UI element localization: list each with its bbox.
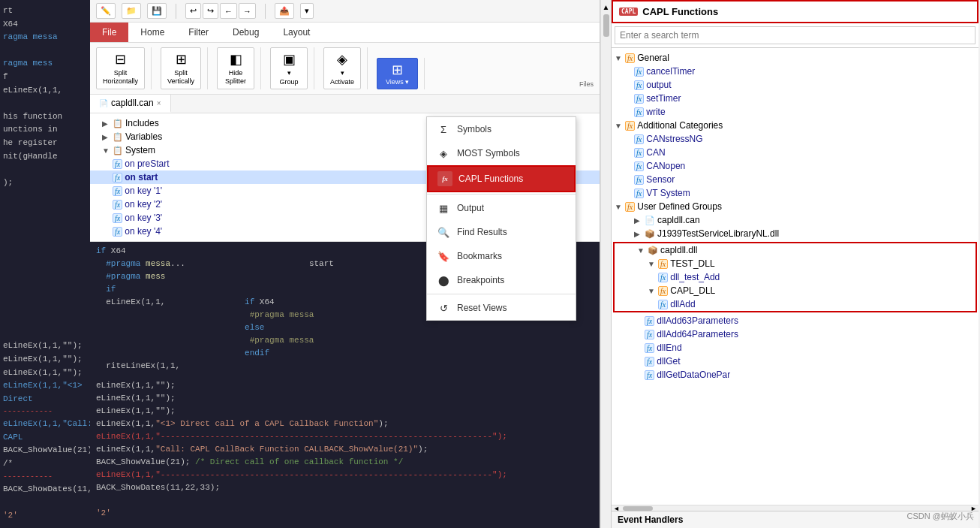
- code-left-10: unctions in: [3, 123, 87, 137]
- tree-vt-system[interactable]: fx VT System: [612, 186, 978, 200]
- views-button[interactable]: ⊞ Views ▾: [377, 58, 418, 89]
- split-h-icon: ⊟: [115, 51, 126, 68]
- split-h-button[interactable]: ⊟ SplitHorizontally: [96, 47, 145, 89]
- menu-output[interactable]: ▦ Output: [427, 196, 576, 220]
- tree-can[interactable]: fx CAN: [612, 146, 978, 159]
- code-left-b3: eLineEx(1,1,"");: [3, 367, 87, 380]
- tree-user-defined[interactable]: ▼ fx User Defined Groups: [612, 200, 978, 213]
- tree-additional[interactable]: ▼ fx Additional Categories: [612, 119, 978, 132]
- tree-write[interactable]: fx write: [612, 105, 978, 119]
- tab-layout[interactable]: Layout: [271, 23, 322, 42]
- tab-filter[interactable]: Filter: [176, 23, 221, 42]
- fx-dllget: fx: [645, 357, 654, 367]
- tab-home[interactable]: Home: [128, 23, 176, 42]
- hide-icon: ◧: [230, 51, 242, 68]
- sensor-label: Sensor: [646, 174, 675, 185]
- reset-views-label: Reset Views: [457, 303, 507, 313]
- tree-dlladd63[interactable]: fx dllAdd63Parameters: [612, 314, 978, 327]
- highlighted-dll-section: ▼ 📦 capldll.dll ▼ fx TEST_DLL fx dll_tes…: [613, 242, 977, 312]
- code-line-8: eLineEx(1,1,"---------------------------…: [96, 469, 594, 481]
- views-label: Views ▾: [386, 78, 409, 86]
- tab-debug[interactable]: Debug: [221, 23, 271, 42]
- ribbon-group-group: ▣ ▾ Group: [270, 47, 314, 89]
- tree-dlladd64[interactable]: fx dllAdd64Parameters: [612, 327, 978, 341]
- symbols-icon: Σ: [436, 122, 451, 137]
- expand-test-dll: ▼: [648, 260, 657, 268]
- menu-most-symbols[interactable]: ◈ MOST Symbols: [427, 141, 576, 165]
- scroll-up-arrow[interactable]: ▲: [603, 3, 610, 11]
- tree-dllgetdataonepar[interactable]: fx dllGetDataOnePar: [612, 368, 978, 382]
- tree-dll-test-add[interactable]: fx dll_test_Add: [615, 270, 975, 284]
- scroll-thumb[interactable]: [603, 14, 609, 37]
- tree-j1939[interactable]: ▶ 📦 J1939TestServiceLibraryNL.dll: [612, 227, 978, 240]
- tree-test-dll[interactable]: ▼ fx TEST_DLL: [615, 257, 975, 270]
- code-left-b4: eLineEx(1,1,"<1> Direct: [3, 379, 87, 406]
- system-icon: 📋: [113, 146, 123, 155]
- tree-cancel-timer[interactable]: fx cancelTimer: [612, 65, 978, 78]
- fx-icon-prestart: fx: [113, 159, 122, 169]
- fx-vt-system: fx: [634, 189, 644, 198]
- menu-reset-views[interactable]: ↺ Reset Views: [427, 296, 576, 320]
- tree-dllget[interactable]: fx dllGet: [612, 355, 978, 368]
- tree-output[interactable]: fx output: [612, 78, 978, 92]
- on-start-label: on start: [125, 172, 158, 183]
- search-container: [612, 23, 978, 48]
- output-tree-label: output: [646, 80, 671, 90]
- tree-general[interactable]: ▼ fx General: [612, 51, 978, 65]
- code-left-11: he register: [3, 137, 87, 150]
- system-label: System: [125, 145, 155, 155]
- tree-canstressng[interactable]: fx CANstressNG: [612, 132, 978, 146]
- tab-file[interactable]: File: [90, 23, 128, 42]
- bookmarks-label: Bookmarks: [457, 251, 502, 261]
- code-left-b7: BACK_ShowValue(21); /*: [3, 444, 87, 470]
- tree-set-timer[interactable]: fx setTimer: [612, 92, 978, 105]
- save-button[interactable]: 💾: [147, 3, 167, 19]
- open-button[interactable]: 📁: [122, 3, 141, 19]
- redo-button[interactable]: ↪: [203, 3, 218, 19]
- hide-splitter-button[interactable]: ◧ HideSplitter: [217, 47, 254, 89]
- tree-dlladd[interactable]: fx dllAdd: [615, 297, 975, 311]
- expand-variables: ▶: [102, 133, 111, 141]
- expand-capl-dll: ▼: [648, 287, 657, 295]
- file-tab-close[interactable]: ×: [157, 99, 161, 107]
- search-input[interactable]: [615, 26, 975, 44]
- on-prestart-label: on preStart: [125, 158, 169, 169]
- expand-user-defined: ▼: [615, 203, 624, 211]
- vertical-scrollbar[interactable]: ▲: [600, 0, 611, 528]
- menu-capl-functions[interactable]: fx CAPL Functions: [427, 165, 576, 192]
- menu-find-results[interactable]: 🔍 Find Results: [427, 220, 576, 244]
- tree-sensor[interactable]: fx Sensor: [612, 173, 978, 186]
- fx-write: fx: [634, 107, 644, 117]
- ide-toolbar: ✏️ 📁 💾 ↩ ↪ ← → 📤 ▾: [90, 0, 600, 23]
- tree-capldll-can[interactable]: ▶ 📄 capldll.can: [612, 213, 978, 227]
- menu-bookmarks[interactable]: 🔖 Bookmarks: [427, 244, 576, 268]
- tree-dllend[interactable]: fx dllEnd: [612, 341, 978, 355]
- tree-canopen[interactable]: fx CANopen: [612, 159, 978, 173]
- split-v-button[interactable]: ⊞ SplitVertically: [161, 47, 201, 89]
- code-left-6: f: [3, 71, 87, 84]
- file-tab[interactable]: 📄 capldll.can ×: [90, 95, 171, 113]
- code-left-4: [3, 44, 87, 58]
- dropdown-btn[interactable]: ▾: [300, 3, 314, 19]
- tree-capldll-dll[interactable]: ▼ 📦 capldll.dll: [615, 243, 975, 257]
- code-left-14: );: [3, 177, 87, 190]
- edit-button[interactable]: ✏️: [96, 3, 116, 19]
- upload-button[interactable]: 📤: [275, 3, 294, 19]
- tree-scrollbar[interactable]: ◄ ►: [612, 505, 978, 511]
- fx-sensor: fx: [634, 175, 644, 185]
- event-handlers-label: Event Handlers: [618, 514, 683, 525]
- group-button[interactable]: ▣ ▾ Group: [270, 47, 308, 89]
- activate-button[interactable]: ◈ ▾ Activate: [323, 47, 361, 89]
- scrollbar-thumb[interactable]: [623, 506, 653, 511]
- expand-system: ▼: [102, 146, 111, 155]
- expand-includes: ▶: [102, 119, 111, 128]
- undo-button[interactable]: ↩: [185, 3, 201, 19]
- fx-can: fx: [634, 148, 644, 158]
- back-button[interactable]: ←: [220, 3, 237, 19]
- dlladd-label: dllAdd: [670, 299, 695, 309]
- menu-symbols[interactable]: Σ Symbols: [427, 117, 576, 141]
- menu-breakpoints[interactable]: ⬤ Breakpoints: [427, 268, 576, 292]
- fx-icon-key1: fx: [113, 186, 122, 196]
- tree-capl-dll[interactable]: ▼ fx CAPL_DLL: [615, 284, 975, 297]
- forward-button[interactable]: →: [239, 3, 256, 19]
